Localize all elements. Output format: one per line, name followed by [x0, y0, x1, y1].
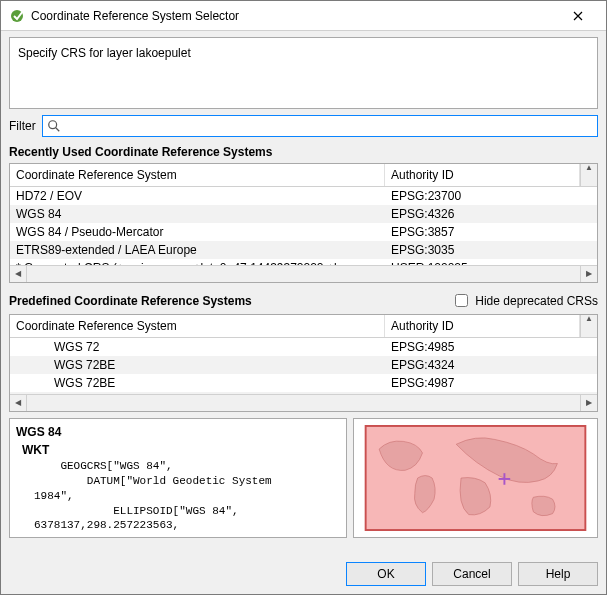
filter-input-wrapper[interactable] [42, 115, 598, 137]
ok-button[interactable]: OK [346, 562, 426, 586]
help-button[interactable]: Help [518, 562, 598, 586]
window-title: Coordinate Reference System Selector [31, 9, 558, 23]
cell-crs: * Generated CRS (+proj=somerc +lat_0=47.… [10, 259, 385, 265]
recent-heading: Recently Used Coordinate Reference Syste… [9, 145, 598, 159]
filter-input[interactable] [65, 118, 593, 134]
svg-point-1 [48, 121, 56, 129]
wkt-text: GEOGCRS["WGS 84", DATUM["World Geodetic … [34, 459, 340, 533]
cell-crs: ETRS89-extended / LAEA Europe [10, 241, 385, 259]
cell-crs: HD72 / EOV [10, 187, 385, 205]
app-icon [9, 8, 25, 24]
table-row[interactable]: HD72 / EOV EPSG:23700 [10, 187, 597, 205]
col-header-crs[interactable]: Coordinate Reference System [10, 164, 385, 186]
cell-auth: EPSG:23700 [385, 187, 597, 205]
hscrollbar[interactable]: ◀ ▶ [10, 265, 597, 282]
table-row[interactable]: WGS 84 EPSG:4326 [10, 205, 597, 223]
vscroll-up[interactable]: ▲ [580, 164, 597, 186]
hide-deprecated-input[interactable] [455, 294, 468, 307]
table-row[interactable]: WGS 84 / Pseudo-Mercator EPSG:3857 [10, 223, 597, 241]
hide-deprecated-checkbox[interactable]: Hide deprecated CRSs [451, 291, 598, 310]
vscroll-up[interactable]: ▲ [580, 315, 597, 337]
filter-label: Filter [9, 119, 36, 133]
cell-crs: WGS 72BE [10, 356, 385, 374]
hide-deprecated-label: Hide deprecated CRSs [475, 294, 598, 308]
recent-crs-table: Coordinate Reference System Authority ID… [9, 163, 598, 283]
wkt-label: WKT [22, 443, 340, 457]
scroll-left-icon[interactable]: ◀ [10, 266, 27, 282]
col-header-auth[interactable]: Authority ID [385, 164, 580, 186]
titlebar: Coordinate Reference System Selector [1, 1, 606, 31]
cell-crs: WGS 72BE [10, 374, 385, 392]
selected-crs-name: WGS 84 [16, 425, 340, 439]
cell-crs: WGS 84 [10, 392, 385, 394]
cell-auth: EPSG:4326 [385, 392, 597, 394]
cell-auth: EPSG:3035 [385, 241, 597, 259]
table-row[interactable]: * Generated CRS (+proj=somerc +lat_0=47.… [10, 259, 597, 265]
predefined-crs-table: Coordinate Reference System Authority ID… [9, 314, 598, 412]
search-icon [47, 119, 61, 133]
scroll-left-icon[interactable]: ◀ [10, 395, 27, 411]
col-header-auth[interactable]: Authority ID [385, 315, 580, 337]
predefined-heading: Predefined Coordinate Reference Systems [9, 294, 252, 308]
table-row[interactable]: WGS 84 EPSG:4326 [10, 392, 597, 394]
dialog-buttons: OK Cancel Help [1, 556, 606, 594]
close-button[interactable] [558, 2, 598, 30]
wkt-detail-box: WGS 84 WKT GEOGCRS["WGS 84", DATUM["Worl… [9, 418, 347, 538]
col-header-crs[interactable]: Coordinate Reference System [10, 315, 385, 337]
table-row[interactable]: WGS 72BE EPSG:4987 [10, 374, 597, 392]
map-preview [353, 418, 598, 538]
crs-selector-dialog: Coordinate Reference System Selector Spe… [0, 0, 607, 595]
instruction-text: Specify CRS for layer lakoepulet [9, 37, 598, 109]
scroll-right-icon[interactable]: ▶ [580, 395, 597, 411]
svg-line-2 [55, 128, 59, 132]
cell-auth: EPSG:4987 [385, 374, 597, 392]
cell-auth: USER:100025 [385, 259, 597, 265]
cell-auth: EPSG:4324 [385, 356, 597, 374]
cell-crs: WGS 84 [10, 205, 385, 223]
cell-crs: WGS 72 [10, 338, 385, 356]
cell-auth: EPSG:4326 [385, 205, 597, 223]
cell-auth: EPSG:4985 [385, 338, 597, 356]
table-row[interactable]: WGS 72BE EPSG:4324 [10, 356, 597, 374]
hscrollbar[interactable]: ◀ ▶ [10, 394, 597, 411]
scroll-right-icon[interactable]: ▶ [580, 266, 597, 282]
cell-crs: WGS 84 / Pseudo-Mercator [10, 223, 385, 241]
table-row[interactable]: ETRS89-extended / LAEA Europe EPSG:3035 [10, 241, 597, 259]
cancel-button[interactable]: Cancel [432, 562, 512, 586]
cell-auth: EPSG:3857 [385, 223, 597, 241]
table-row[interactable]: WGS 72 EPSG:4985 [10, 338, 597, 356]
world-map-icon [360, 425, 591, 531]
